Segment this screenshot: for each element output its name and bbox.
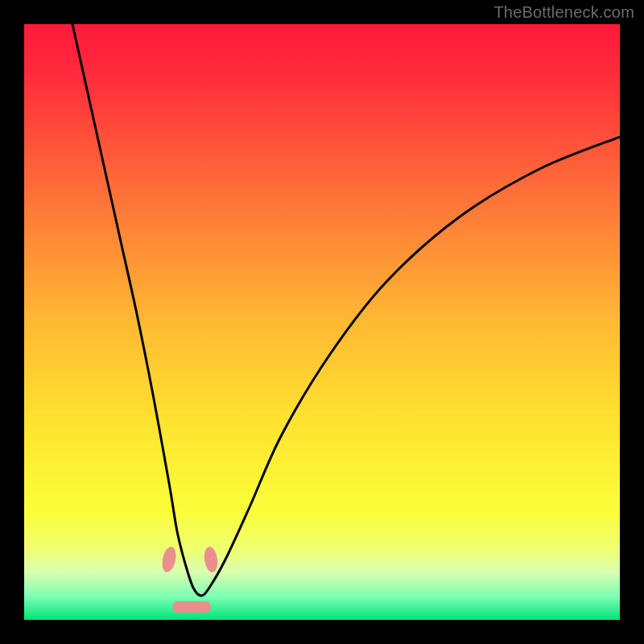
curve-layer (24, 24, 620, 620)
chart-frame: TheBottleneck.com (0, 0, 644, 644)
bottleneck-curve (72, 24, 620, 596)
right-lobe (203, 546, 219, 573)
left-lobe (160, 546, 178, 574)
bottom-bar (172, 601, 211, 613)
watermark-text: TheBottleneck.com (493, 3, 634, 22)
plot-area (24, 24, 620, 620)
